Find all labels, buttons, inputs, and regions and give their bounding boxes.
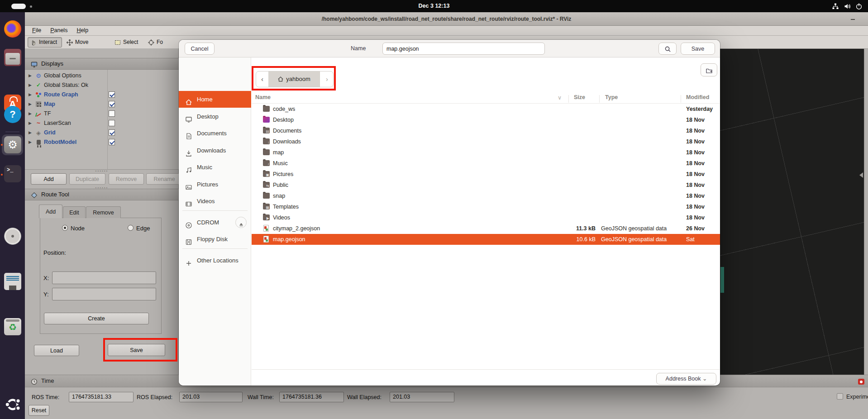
search-button[interactable] bbox=[658, 43, 677, 55]
clock[interactable]: Dec 3 12:13 bbox=[0, 0, 868, 12]
route-tool-panel-header[interactable]: Route Tool bbox=[25, 189, 179, 200]
file-row[interactable]: Desktop18 Nov bbox=[252, 114, 720, 125]
experimental-checkbox[interactable] bbox=[837, 393, 843, 400]
menu-file[interactable]: File bbox=[28, 26, 46, 35]
filename-input[interactable] bbox=[382, 43, 545, 55]
display-row-map[interactable]: ▶Map bbox=[25, 100, 179, 109]
terminal-icon[interactable]: >_ bbox=[4, 165, 21, 182]
file-row[interactable]: snap18 Nov bbox=[252, 190, 720, 201]
display-checkbox[interactable] bbox=[109, 139, 115, 145]
sidebar-item-documents[interactable]: Documents bbox=[179, 125, 251, 142]
volume-icon[interactable] bbox=[844, 3, 851, 10]
tab-edit[interactable]: Edit bbox=[63, 206, 86, 218]
column-type[interactable]: Type bbox=[605, 94, 618, 100]
sidebar-item-downloads[interactable]: Downloads bbox=[179, 142, 251, 159]
expand-arrow-icon[interactable]: ▶ bbox=[29, 71, 32, 81]
create-button[interactable]: Create bbox=[44, 313, 149, 324]
file-row[interactable]: map.geojson10.6 kBGeoJSON geospatial dat… bbox=[252, 234, 720, 245]
toolbar-select[interactable]: Select bbox=[112, 37, 140, 48]
reset-button[interactable]: Reset bbox=[29, 405, 49, 416]
expand-arrow-icon[interactable]: ▶ bbox=[29, 128, 32, 138]
help-icon[interactable]: ? bbox=[4, 106, 21, 123]
display-checkbox[interactable] bbox=[109, 110, 115, 117]
display-checkbox[interactable] bbox=[109, 101, 115, 107]
sidebar-item-cdrom[interactable]: CDROM bbox=[179, 214, 251, 231]
sidebar-item-pictures[interactable]: Pictures bbox=[179, 176, 251, 193]
cdrom-drive-icon[interactable] bbox=[4, 228, 21, 245]
display-row-global-options[interactable]: ▶⚙Global Options bbox=[25, 71, 179, 81]
edge-radio[interactable] bbox=[128, 225, 134, 231]
node-radio[interactable] bbox=[62, 225, 68, 231]
expand-arrow-icon[interactable]: ▶ bbox=[29, 109, 32, 119]
sidebar-item-videos[interactable]: Videos bbox=[179, 193, 251, 210]
expand-arrow-icon[interactable]: ▶ bbox=[29, 90, 32, 100]
add-display-button[interactable]: Add bbox=[31, 173, 67, 185]
sidebar-item-floppy-disk[interactable]: Floppy Disk bbox=[179, 231, 251, 248]
displays-panel-header[interactable]: Displays bbox=[25, 58, 179, 70]
display-row-global-status-ok[interactable]: ▶✓Global Status: Ok bbox=[25, 81, 179, 90]
firefox-icon[interactable] bbox=[4, 20, 21, 38]
y-input[interactable] bbox=[52, 288, 156, 300]
node-radio-label[interactable]: Node bbox=[71, 225, 85, 232]
cancel-button[interactable]: Cancel bbox=[185, 43, 215, 55]
time-value-field[interactable]: 1764735181.33 bbox=[69, 392, 134, 402]
file-row[interactable]: ▶Videos18 Nov bbox=[252, 212, 720, 223]
file-row[interactable]: ♪Music18 Nov bbox=[252, 158, 720, 169]
sort-chevron-icon[interactable]: ∨ bbox=[558, 94, 562, 101]
display-checkbox[interactable] bbox=[109, 91, 115, 98]
file-row[interactable]: map18 Nov bbox=[252, 147, 720, 158]
file-row[interactable]: ▤Documents18 Nov bbox=[252, 125, 720, 136]
sidebar-item-home[interactable]: Home bbox=[179, 91, 251, 108]
file-row[interactable]: ↓Downloads18 Nov bbox=[252, 136, 720, 147]
remove-display-button[interactable]: Remove bbox=[109, 173, 144, 185]
tab-remove[interactable]: Remove bbox=[86, 206, 121, 218]
trash-icon[interactable]: ♻ bbox=[4, 318, 21, 335]
column-modified[interactable]: Modified bbox=[686, 94, 709, 100]
expand-arrow-icon[interactable]: ▶ bbox=[29, 119, 32, 128]
display-checkbox[interactable] bbox=[109, 120, 115, 126]
time-value-field[interactable]: 201.03 bbox=[179, 392, 243, 402]
display-row-robotmodel[interactable]: ▶RobotModel bbox=[25, 138, 179, 147]
toolbar-interact[interactable]: Interact bbox=[28, 37, 62, 48]
file-row[interactable]: ▣Pictures18 Nov bbox=[252, 169, 720, 180]
file-row[interactable]: citymap_2.geojson11.3 kBGeoJSON geospati… bbox=[252, 223, 720, 234]
column-name[interactable]: Name bbox=[255, 94, 271, 100]
edge-radio-label[interactable]: Edge bbox=[136, 225, 150, 232]
sidebar-item-desktop[interactable]: Desktop bbox=[179, 108, 251, 125]
show-apps-ubuntu-icon[interactable] bbox=[4, 396, 21, 413]
panel-collapse-arrow-icon[interactable] bbox=[859, 172, 863, 178]
splitter-handle[interactable]: •••••• bbox=[25, 169, 179, 173]
sidebar-item-other-locations[interactable]: Other Locations bbox=[179, 252, 251, 269]
file-row[interactable]: ▦Templates18 Nov bbox=[252, 201, 720, 212]
menu-panels[interactable]: Panels bbox=[46, 26, 72, 35]
load-button[interactable]: Load bbox=[34, 345, 79, 356]
minimize-button[interactable] bbox=[847, 12, 858, 26]
display-checkbox[interactable] bbox=[109, 129, 115, 136]
expand-arrow-icon[interactable]: ▶ bbox=[29, 138, 32, 147]
display-row-tf[interactable]: ▶TF bbox=[25, 109, 179, 119]
experimental-label[interactable]: Experimental bbox=[846, 394, 868, 400]
duplicate-display-button[interactable]: Duplicate bbox=[69, 173, 105, 185]
tab-add[interactable]: Add bbox=[39, 205, 62, 218]
floppy-drive-icon[interactable] bbox=[4, 273, 21, 290]
new-folder-button[interactable] bbox=[701, 63, 717, 76]
column-size[interactable]: Size bbox=[574, 94, 585, 100]
expand-arrow-icon[interactable]: ▶ bbox=[29, 100, 32, 109]
address-book-dropdown[interactable]: Address Book ⌄ bbox=[656, 373, 716, 385]
rename-display-button[interactable]: Rename bbox=[146, 173, 182, 185]
save-dialog-button[interactable]: Save bbox=[681, 43, 715, 55]
x-input[interactable] bbox=[52, 271, 156, 284]
expand-arrow-icon[interactable]: ▶ bbox=[29, 81, 32, 90]
network-icon[interactable] bbox=[832, 3, 839, 10]
toolbar-fo[interactable]: Fo bbox=[145, 37, 175, 48]
files-icon[interactable] bbox=[4, 49, 21, 66]
toolbar-move-camera[interactable]: Move Camera bbox=[64, 37, 106, 48]
display-row-grid[interactable]: ▶◈Grid bbox=[25, 128, 179, 138]
eject-button[interactable] bbox=[235, 217, 247, 228]
menu-help[interactable]: Help bbox=[72, 26, 93, 35]
display-row-route-graph[interactable]: ▶Route Graph bbox=[25, 90, 179, 100]
time-value-field[interactable]: 1764735181.36 bbox=[279, 392, 344, 402]
settings-icon[interactable]: ⚙ bbox=[4, 136, 21, 153]
rviz-titlebar[interactable]: /home/yahboom/code_ws/install/road_net_r… bbox=[25, 12, 868, 26]
file-row[interactable]: ⇆Public18 Nov bbox=[252, 180, 720, 190]
